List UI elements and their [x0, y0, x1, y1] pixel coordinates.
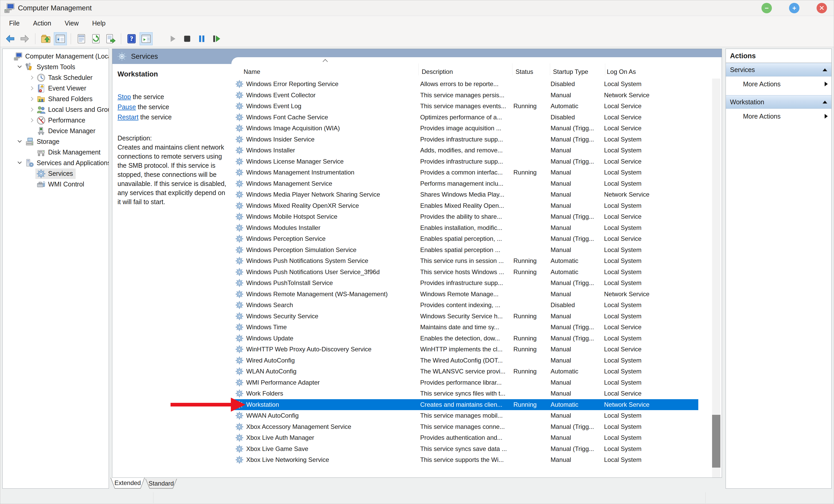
up-folder-icon[interactable] — [39, 32, 52, 45]
tree-item-system-tools[interactable]: System Tools — [3, 62, 109, 72]
tree-item-services-and-applications[interactable]: Services and Applications — [3, 158, 109, 168]
menu-action[interactable]: Action — [26, 16, 58, 30]
service-row-windows-update[interactable]: Windows UpdateEnables the detection, dow… — [232, 333, 698, 344]
service-row-xbox-live-game-save[interactable]: Xbox Live Game SaveThis service syncs sa… — [232, 443, 698, 455]
chevron-right-icon[interactable] — [27, 95, 35, 103]
service-row-windows-perception-service[interactable]: Windows Perception ServiceEnables spatia… — [232, 233, 698, 244]
maximize-button[interactable]: + — [789, 3, 799, 13]
service-row-windows-mixed-reality-openxr-service[interactable]: Windows Mixed Reality OpenXR ServiceEnab… — [232, 200, 698, 212]
service-name: Windows Insider Service — [246, 136, 314, 143]
refresh-icon[interactable] — [89, 32, 103, 45]
service-row-wmi-performance-adapter[interactable]: WMI Performance AdapterProvides performa… — [232, 377, 698, 388]
collapse-icon[interactable] — [822, 68, 827, 71]
service-row-windows-error-reporting-service[interactable]: Windows Error Reporting ServiceAllows er… — [232, 79, 698, 90]
collapse-icon[interactable] — [822, 101, 827, 104]
vertical-scrollbar[interactable] — [712, 79, 720, 478]
service-row-xbox-accessory-management-service[interactable]: Xbox Accessory Management ServiceThis se… — [232, 421, 698, 433]
actions-group-services[interactable]: Services — [726, 63, 831, 76]
service-row-wwan-autoconfig[interactable]: WWAN AutoConfigThis service manages mobi… — [232, 410, 698, 421]
pause-service-icon[interactable] — [195, 32, 208, 45]
tree-item-device-manager[interactable]: Device Manager — [3, 126, 109, 136]
console-tree-toggle-icon[interactable] — [54, 32, 67, 45]
services-panel: Services Workstation Stop the servicePau… — [112, 49, 722, 478]
export-list-icon[interactable] — [104, 32, 117, 45]
service-row-windows-pushtoinstall-service[interactable]: Windows PushToInstall ServiceProvides in… — [232, 278, 698, 289]
service-row-windows-mobile-hotspot-service[interactable]: Windows Mobile Hotspot ServiceProvides t… — [232, 211, 698, 222]
chevron-right-icon[interactable] — [27, 85, 35, 92]
chevron-right-icon[interactable] — [27, 106, 35, 114]
service-row-windows-remote-management-ws-management[interactable]: Windows Remote Management (WS-Management… — [232, 289, 698, 300]
start-service-icon[interactable] — [166, 32, 179, 45]
service-row-winhttp-web-proxy-auto-discovery-service[interactable]: WinHTTP Web Proxy Auto-Discovery Service… — [232, 344, 698, 355]
chevron-down-icon[interactable] — [16, 63, 24, 71]
tree-item-task-scheduler[interactable]: Task Scheduler — [3, 72, 109, 83]
service-row-windows-image-acquisition-wia[interactable]: Windows Image Acquisition (WIA)Provides … — [232, 123, 698, 134]
restart-service-icon[interactable] — [210, 32, 223, 45]
service-row-windows-management-service[interactable]: Windows Management ServicePerforms manag… — [232, 178, 698, 189]
service-log-on-as: Local System — [602, 412, 698, 419]
tree-item-storage[interactable]: Storage — [3, 136, 109, 147]
chevron-down-icon[interactable] — [16, 159, 24, 167]
stop-service-icon[interactable] — [181, 32, 194, 45]
action-pane-toggle-icon[interactable] — [139, 32, 153, 45]
properties-icon[interactable] — [75, 32, 88, 45]
service-row-windows-push-notifications-user-service-3f96d[interactable]: Windows Push Notifications User Service_… — [232, 267, 698, 278]
tree-item-services[interactable]: Services — [3, 168, 109, 179]
service-row-workstation[interactable]: WorkstationCreates and maintains clien..… — [232, 399, 698, 410]
tree-item-event-viewer[interactable]: Event Viewer — [3, 83, 109, 94]
tree-item-performance[interactable]: Performance — [3, 115, 109, 126]
tree-item-wmi-control[interactable]: WMI Control — [3, 179, 109, 190]
menu-help[interactable]: Help — [86, 16, 112, 30]
tree-item-shared-folders[interactable]: Shared Folders — [3, 94, 109, 104]
tree-item-local-users-and-groups[interactable]: Local Users and Groups — [3, 104, 109, 115]
restart-service-link[interactable]: Restart — [117, 113, 138, 120]
service-row-windows-event-log[interactable]: Windows Event LogThis service manages ev… — [232, 101, 698, 112]
service-row-xbox-live-auth-manager[interactable]: Xbox Live Auth ManagerProvides authentic… — [232, 432, 698, 443]
more-actions-workstation[interactable]: More Actions — [726, 109, 831, 124]
service-row-xbox-live-networking-service[interactable]: Xbox Live Networking ServiceThis service… — [232, 454, 698, 465]
menu-view[interactable]: View — [58, 16, 86, 30]
scrollbar-thumb[interactable] — [712, 415, 720, 467]
service-row-windows-font-cache-service[interactable]: Windows Font Cache ServiceOptimizes perf… — [232, 112, 698, 123]
menu-file[interactable]: File — [2, 16, 26, 30]
service-row-windows-security-service[interactable]: Windows Security ServiceWindows Security… — [232, 311, 698, 322]
service-row-work-folders[interactable]: Work FoldersThis service syncs files wit… — [232, 388, 698, 399]
column-header-description[interactable]: Description — [418, 63, 512, 75]
service-row-windows-perception-simulation-service[interactable]: Windows Perception Simulation ServiceEna… — [232, 244, 698, 256]
service-row-windows-installer[interactable]: Windows InstallerAdds, modifies, and rem… — [232, 145, 698, 156]
service-row-windows-management-instrumentation[interactable]: Windows Management InstrumentationProvid… — [232, 167, 698, 178]
tab-extended[interactable]: Extended — [110, 478, 145, 489]
pause-service-link[interactable]: Pause — [117, 103, 136, 111]
column-header-log-on-as[interactable]: Log On As — [605, 63, 701, 75]
service-row-wlan-autoconfig[interactable]: WLAN AutoConfigThe WLANSVC service provi… — [232, 366, 698, 377]
service-row-windows-event-collector[interactable]: Windows Event CollectorThis service mana… — [232, 90, 698, 101]
service-row-windows-search[interactable]: Windows SearchProvides content indexing,… — [232, 300, 698, 311]
column-header-name[interactable]: Name — [232, 63, 418, 75]
chevron-down-icon[interactable] — [16, 138, 24, 146]
tree-item-label: Services and Applications — [37, 159, 109, 167]
tree-item-disk-management[interactable]: Disk Management — [3, 147, 109, 158]
actions-group-workstation[interactable]: Workstation — [726, 95, 831, 109]
minimize-button[interactable]: − — [762, 3, 772, 13]
service-row-windows-time[interactable]: Windows TimeMaintains date and time sy..… — [232, 322, 698, 333]
tree-item-computer-management-local[interactable]: Computer Management (Local) — [3, 51, 109, 62]
service-row-windows-push-notifications-system-service[interactable]: Windows Push Notifications System Servic… — [232, 255, 698, 267]
column-header-startup-type[interactable]: Startup Type — [550, 63, 605, 75]
help-icon[interactable]: ? — [125, 32, 138, 45]
service-row-wired-autoconfig[interactable]: Wired AutoConfigThe Wired AutoConfig (DO… — [232, 355, 698, 366]
service-row-windows-insider-service[interactable]: Windows Insider ServiceProvides infrastr… — [232, 134, 698, 145]
tab-standard[interactable]: Standard — [145, 479, 177, 489]
service-name: Windows Security Service — [246, 313, 318, 320]
service-row-windows-license-manager-service[interactable]: Windows License Manager ServiceProvides … — [232, 156, 698, 167]
service-row-windows-modules-installer[interactable]: Windows Modules InstallerEnables install… — [232, 222, 698, 234]
chevron-right-icon[interactable] — [27, 116, 35, 124]
chevron-right-icon[interactable] — [27, 74, 35, 82]
service-row-windows-media-player-network-sharing-service[interactable]: Windows Media Player Network Sharing Ser… — [232, 189, 698, 200]
close-button[interactable]: ✕ — [817, 3, 827, 13]
column-header-status[interactable]: Status — [512, 63, 550, 75]
forward-icon[interactable] — [18, 32, 31, 45]
back-icon[interactable] — [4, 32, 17, 45]
service-log-on-as: Network Service — [602, 91, 698, 99]
more-actions-services[interactable]: More Actions — [726, 76, 831, 91]
stop-service-link[interactable]: Stop — [117, 93, 131, 101]
